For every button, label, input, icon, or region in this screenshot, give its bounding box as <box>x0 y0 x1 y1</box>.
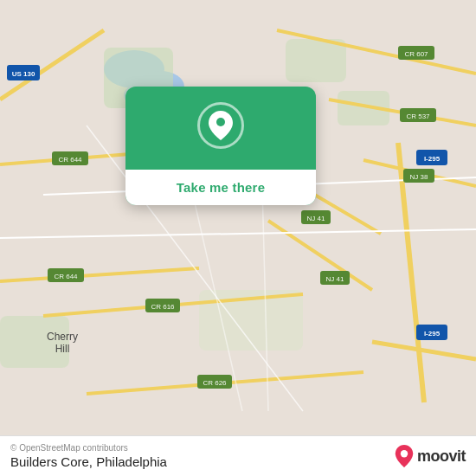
svg-text:CR 644: CR 644 <box>58 156 82 164</box>
svg-point-52 <box>216 118 225 126</box>
svg-text:US 130: US 130 <box>12 70 35 78</box>
svg-text:Hill: Hill <box>55 343 70 355</box>
svg-text:I-295: I-295 <box>424 330 441 338</box>
popup-card: Take me there <box>125 87 316 205</box>
moovit-brand-text: moovit <box>417 447 466 466</box>
svg-text:CR 644: CR 644 <box>54 273 78 280</box>
bottom-left-info: © OpenStreetMap contributors Builders Co… <box>10 443 167 469</box>
location-name: Builders Core, Philadelphia <box>10 454 167 469</box>
map-container: US 130 CR 607 CR 537 NJ 38 CR 644 CR 644… <box>0 0 476 476</box>
svg-text:NJ 41: NJ 41 <box>307 215 325 222</box>
bottom-bar: © OpenStreetMap contributors Builders Co… <box>0 435 476 476</box>
map-background: US 130 CR 607 CR 537 NJ 38 CR 644 CR 644… <box>0 0 476 476</box>
svg-rect-5 <box>286 39 346 82</box>
svg-point-53 <box>401 450 408 457</box>
pin-icon-wrapper <box>197 102 244 149</box>
svg-text:CR 616: CR 616 <box>151 303 175 311</box>
take-me-there-button[interactable]: Take me there <box>125 170 316 205</box>
svg-text:NJ 38: NJ 38 <box>410 173 428 181</box>
svg-text:NJ 41: NJ 41 <box>326 275 344 283</box>
svg-text:CR 607: CR 607 <box>404 50 428 58</box>
svg-text:I-295: I-295 <box>424 155 441 163</box>
map-attribution: © OpenStreetMap contributors <box>10 443 167 453</box>
moovit-logo: moovit <box>395 445 466 467</box>
svg-text:Cherry: Cherry <box>47 331 78 343</box>
svg-text:CR 626: CR 626 <box>203 379 227 387</box>
location-pin-icon <box>209 111 233 140</box>
svg-text:CR 537: CR 537 <box>406 113 430 120</box>
moovit-pin-icon <box>395 445 414 467</box>
